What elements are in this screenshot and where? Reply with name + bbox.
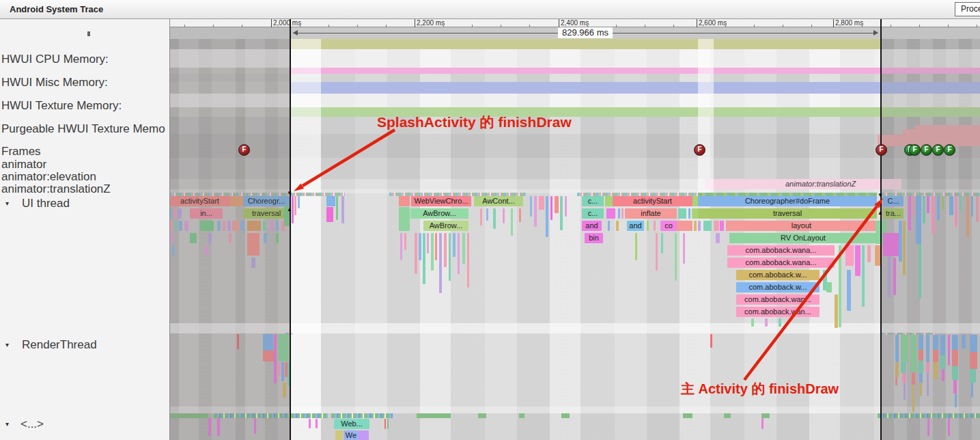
trace-span[interactable] xyxy=(962,335,966,348)
trace-span-labeled[interactable]: c... xyxy=(582,208,604,219)
trace-span[interactable] xyxy=(971,383,973,398)
trace-span[interactable] xyxy=(970,335,977,352)
trace-span-labeled[interactable]: traversal xyxy=(698,208,877,219)
sidebar-item-frames[interactable]: Frames xyxy=(1,145,41,159)
trace-span[interactable] xyxy=(960,196,962,211)
trace-span-labeled[interactable]: Web... xyxy=(334,419,369,429)
trace-span[interactable] xyxy=(661,233,663,253)
trace-span[interactable] xyxy=(608,221,610,231)
trace-span[interactable] xyxy=(439,233,442,293)
trace-span[interactable] xyxy=(688,208,690,219)
trace-span[interactable] xyxy=(174,221,177,231)
trace-span[interactable] xyxy=(926,335,929,362)
trace-span[interactable] xyxy=(511,208,513,236)
trace-span[interactable] xyxy=(480,208,482,225)
trace-span[interactable] xyxy=(423,233,425,284)
trace-span[interactable] xyxy=(171,233,173,243)
trace-span[interactable] xyxy=(765,318,768,327)
trace-span[interactable] xyxy=(895,335,899,362)
trace-span[interactable] xyxy=(953,380,957,394)
frame-badge-red[interactable]: F xyxy=(238,144,250,156)
trace-span-labeled[interactable]: com.aboback.w... xyxy=(736,270,820,280)
trace-span[interactable] xyxy=(205,245,208,256)
trace-span[interactable] xyxy=(208,418,211,436)
trace-span[interactable] xyxy=(970,369,976,383)
trace-span[interactable] xyxy=(283,383,286,398)
trace-span-labeled[interactable]: RV OnLayout xyxy=(729,233,877,243)
trace-span[interactable] xyxy=(341,196,344,223)
trace-span[interactable] xyxy=(217,221,221,231)
trace-span[interactable] xyxy=(560,196,563,230)
trace-span[interactable] xyxy=(952,335,958,350)
trace-span[interactable] xyxy=(720,221,724,231)
trace-span[interactable] xyxy=(415,233,417,274)
trace-span[interactable] xyxy=(427,233,429,253)
trace-span[interactable] xyxy=(190,233,197,243)
trace-span[interactable] xyxy=(270,221,273,231)
trace-span[interactable] xyxy=(486,208,488,221)
trace-span[interactable] xyxy=(384,419,386,429)
sidebar-item-renderthread[interactable]: RenderThread xyxy=(22,338,97,352)
trace-span[interactable] xyxy=(276,221,279,231)
trace-span[interactable] xyxy=(923,196,925,223)
trace-span[interactable] xyxy=(546,196,548,237)
trace-span-labeled[interactable]: com.aboback.wana... xyxy=(727,258,835,268)
trace-span[interactable] xyxy=(862,245,865,307)
trace-span[interactable] xyxy=(316,419,318,428)
trace-span[interactable] xyxy=(875,245,880,266)
trace-span-labeled[interactable]: AwBrow... xyxy=(410,208,468,219)
trace-span-labeled[interactable]: We xyxy=(344,430,359,440)
trace-span[interactable] xyxy=(937,196,940,220)
trace-span-labeled[interactable]: inflate xyxy=(625,208,677,219)
sidebar-item-item[interactable]: <...> xyxy=(20,417,44,431)
trace-span[interactable] xyxy=(888,256,891,297)
trace-span-labeled[interactable]: Choreogr... xyxy=(243,196,290,206)
trace-span[interactable] xyxy=(927,418,929,436)
trace-span[interactable] xyxy=(359,430,369,440)
trace-span[interactable] xyxy=(779,318,781,327)
trace-span[interactable] xyxy=(912,196,914,217)
trace-span[interactable] xyxy=(278,362,281,376)
trace-span[interactable] xyxy=(901,335,908,362)
frame-badge-green[interactable]: F xyxy=(944,144,955,156)
trace-span[interactable] xyxy=(895,377,897,385)
trace-span[interactable] xyxy=(952,366,958,380)
trace-span[interactable] xyxy=(309,419,311,428)
trace-span[interactable] xyxy=(251,258,255,268)
trace-span[interactable] xyxy=(761,418,764,429)
trace-span[interactable] xyxy=(703,221,712,231)
trace-span-labeled[interactable]: com.aboback.wana... xyxy=(727,245,835,256)
trace-span[interactable] xyxy=(565,196,567,217)
frame-badge-green[interactable]: F xyxy=(921,144,932,156)
sidebar-item-hwui-cpu-memory[interactable]: HWUI CPU Memory: xyxy=(1,53,109,66)
trace-span[interactable] xyxy=(227,221,231,231)
trace-span[interactable] xyxy=(178,208,182,219)
frame-badge-green[interactable]: F xyxy=(909,144,921,156)
trace-span-labeled[interactable]: com.aboback.wan... xyxy=(736,307,820,317)
trace-span[interactable] xyxy=(264,233,267,243)
trace-span-labeled[interactable]: com.aboback.wan... xyxy=(736,294,820,305)
trace-span[interactable] xyxy=(948,418,950,436)
trace-span[interactable] xyxy=(714,221,719,231)
sidebar-item-purgeable-hwui-texture-memo[interactable]: Purgeable HWUI Texture Memo xyxy=(1,122,165,136)
trace-span[interactable] xyxy=(678,208,686,219)
sidebar-item-ui-thread[interactable]: UI thread xyxy=(22,197,70,210)
trace-span-labeled[interactable]: Choreographer#doFrame xyxy=(698,196,877,206)
trace-span-labeled[interactable]: AwBrow... xyxy=(423,221,468,231)
trace-span[interactable] xyxy=(955,394,957,407)
trace-span[interactable] xyxy=(901,362,906,373)
trace-span[interactable] xyxy=(883,233,899,256)
trace-span[interactable] xyxy=(932,196,935,234)
trace-span[interactable] xyxy=(606,208,615,219)
trace-span[interactable] xyxy=(692,196,698,206)
trace-span[interactable] xyxy=(855,245,860,276)
trace-span[interactable] xyxy=(683,233,685,264)
trace-span[interactable] xyxy=(298,196,300,208)
trace-span[interactable] xyxy=(716,233,720,243)
trace-span[interactable] xyxy=(899,221,902,262)
trace-span[interactable] xyxy=(503,208,505,223)
trace-span[interactable] xyxy=(647,221,649,231)
trace-span-labeled[interactable]: traversal xyxy=(243,208,290,219)
trace-span[interactable] xyxy=(933,335,938,350)
trace-span[interactable] xyxy=(449,233,451,281)
